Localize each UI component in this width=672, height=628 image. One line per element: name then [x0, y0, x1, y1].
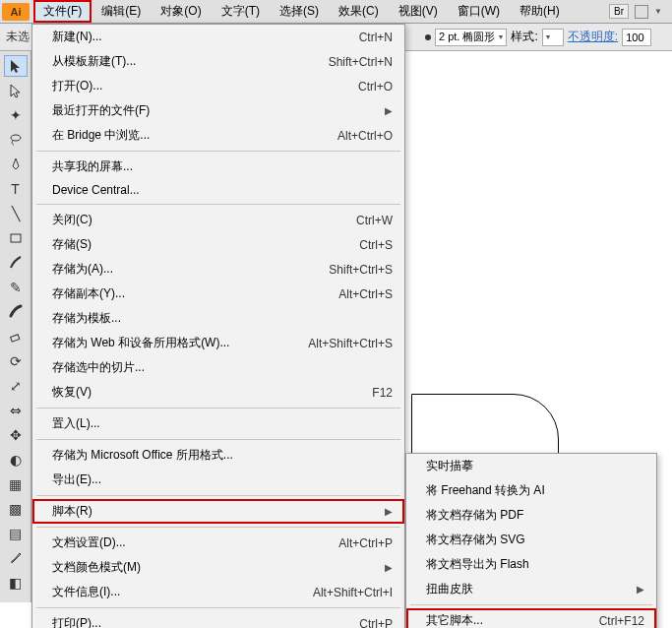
submenu-item[interactable]: 将文档存储为 SVG: [406, 528, 656, 552]
selection-label: 未选: [6, 29, 30, 45]
submenu-item[interactable]: 将文档导出为 Flash: [406, 552, 656, 577]
menu-item-label: 存储为 Microsoft Office 所用格式...: [52, 447, 393, 464]
free-transform-tool[interactable]: ✥: [4, 424, 28, 446]
menu-视图[interactable]: 视图(V): [389, 0, 448, 23]
menu-item[interactable]: 新建(N)...Ctrl+N: [32, 25, 404, 49]
svg-rect-1: [11, 234, 21, 242]
stroke-profile-select[interactable]: 2 pt. 椭圆形 ▾: [435, 29, 507, 46]
mesh-tool[interactable]: ▩: [4, 498, 28, 520]
chevron-right-icon: ▶: [385, 506, 393, 517]
eyedropper-tool[interactable]: [4, 547, 28, 569]
opacity-label[interactable]: 不透明度:: [568, 29, 618, 45]
menu-item[interactable]: 存储副本(Y)...Alt+Ctrl+S: [32, 282, 404, 306]
menu-item[interactable]: 关闭(C)Ctrl+W: [32, 208, 404, 232]
opacity-input[interactable]: 100: [622, 29, 651, 46]
menu-item-label: 导出(E)...: [52, 471, 393, 488]
shortcut-label: Alt+Shift+Ctrl+I: [313, 586, 393, 599]
line-tool[interactable]: ╲: [4, 203, 28, 224]
gradient-tool[interactable]: ▤: [4, 523, 28, 544]
menu-选择[interactable]: 选择(S): [270, 0, 329, 23]
direct-selection-tool[interactable]: [4, 80, 28, 101]
submenu-item-label: 将文档存储为 SVG: [426, 532, 644, 548]
menu-item-label: 存储(S): [52, 236, 359, 253]
menu-item[interactable]: 存储为 Microsoft Office 所用格式...: [32, 443, 404, 468]
perspective-grid-tool[interactable]: ▦: [4, 473, 28, 495]
menu-item[interactable]: 存储为模板...: [32, 306, 404, 331]
menu-item-label: 共享我的屏幕...: [52, 158, 393, 175]
submenu-item-label: 将文档存储为 PDF: [426, 507, 644, 524]
menubar-right: Br ▼: [609, 4, 670, 19]
blob-brush-tool[interactable]: [4, 301, 28, 323]
shortcut-label: Shift+Ctrl+S: [329, 263, 393, 277]
shortcut-label: F12: [372, 386, 393, 400]
menu-文件[interactable]: 文件(F): [33, 0, 92, 23]
menu-item-label: 存储为模板...: [52, 310, 393, 327]
blend-tool[interactable]: ◧: [4, 572, 28, 594]
submenu-item-label: 扭曲皮肤: [426, 581, 637, 597]
submenu-item[interactable]: 其它脚本...Ctrl+F12: [406, 608, 656, 628]
menu-item[interactable]: 置入(L)...: [32, 411, 404, 436]
menu-item[interactable]: Device Central...: [32, 179, 404, 201]
menu-item[interactable]: 导出(E)...: [32, 468, 404, 492]
submenu-item[interactable]: 将文档存储为 PDF: [406, 503, 656, 528]
menu-item-label: 脚本(R): [52, 503, 385, 520]
menu-编辑[interactable]: 编辑(E): [92, 0, 151, 23]
menu-item[interactable]: 存储为(A)...Shift+Ctrl+S: [32, 257, 404, 282]
submenu-item[interactable]: 将 Freehand 转换为 AI: [406, 478, 656, 503]
menu-item[interactable]: 共享我的屏幕...: [32, 155, 404, 179]
menu-item[interactable]: 打开(O)...Ctrl+O: [32, 74, 404, 98]
scale-tool[interactable]: ⤢: [4, 375, 28, 397]
menu-item-label: 存储副本(Y)...: [52, 285, 338, 302]
submenu-item[interactable]: 实时描摹: [406, 454, 656, 478]
menu-文字[interactable]: 文字(T): [212, 0, 270, 23]
pen-tool[interactable]: [4, 154, 28, 175]
menu-item[interactable]: 打印(P)...Ctrl+P: [32, 611, 404, 628]
bridge-badge[interactable]: Br: [609, 4, 629, 19]
menu-item[interactable]: 最近打开的文件(F)▶: [32, 98, 404, 123]
toolbar: ✦ T ╲ ✎ ⟳ ⤢ ⇔ ✥ ◐ ▦ ▩ ▤ ◧: [0, 51, 31, 602]
menu-对象[interactable]: 对象(O): [151, 0, 211, 23]
paintbrush-tool[interactable]: [4, 252, 28, 274]
width-tool[interactable]: ⇔: [4, 400, 28, 421]
menu-item-label: 从模板新建(T)...: [52, 53, 329, 70]
shape-builder-tool[interactable]: ◐: [4, 449, 28, 471]
magic-wand-tool[interactable]: ✦: [4, 104, 28, 126]
submenu-item-label: 其它脚本...: [426, 612, 599, 628]
chevron-right-icon: ▶: [385, 105, 393, 116]
menu-item[interactable]: 存储选中的切片...: [32, 355, 404, 380]
eraser-tool[interactable]: [4, 326, 28, 347]
style-swatch[interactable]: ▾: [542, 29, 564, 46]
shortcut-label: Ctrl+O: [358, 80, 393, 94]
menu-item-label: 恢复(V): [52, 384, 372, 401]
menu-item-label: 文档设置(D)...: [52, 534, 338, 551]
menu-item[interactable]: 文档设置(D)...Alt+Ctrl+P: [32, 531, 404, 555]
menu-item[interactable]: 恢复(V)F12: [32, 380, 404, 405]
menu-item[interactable]: 在 Bridge 中浏览...Alt+Ctrl+O: [32, 123, 404, 148]
menu-item[interactable]: 从模板新建(T)...Shift+Ctrl+N: [32, 49, 404, 74]
menu-item-label: 存储为 Web 和设备所用格式(W)...: [52, 335, 308, 351]
submenu-item[interactable]: 扭曲皮肤▶: [406, 577, 656, 601]
selection-tool[interactable]: [4, 55, 28, 77]
shortcut-label: Alt+Ctrl+S: [338, 287, 393, 301]
pencil-tool[interactable]: ✎: [4, 277, 28, 298]
rectangle-tool[interactable]: [4, 227, 28, 249]
menu-item-label: 存储选中的切片...: [52, 359, 393, 376]
arrange-icon[interactable]: [635, 5, 648, 19]
menu-item[interactable]: 文档颜色模式(M)▶: [32, 555, 404, 580]
menu-item[interactable]: 存储为 Web 和设备所用格式(W)...Alt+Shift+Ctrl+S: [32, 331, 404, 355]
menubar: Ai 文件(F)编辑(E)对象(O)文字(T)选择(S)效果(C)视图(V)窗口…: [0, 0, 672, 24]
menu-item[interactable]: 脚本(R)▶: [32, 499, 404, 524]
menu-窗口[interactable]: 窗口(W): [448, 0, 510, 23]
lasso-tool[interactable]: [4, 129, 28, 151]
menu-item-label: 在 Bridge 中浏览...: [52, 127, 337, 144]
menu-item-label: 文档颜色模式(M): [52, 559, 385, 576]
rotate-tool[interactable]: ⟳: [4, 350, 28, 372]
shortcut-label: Ctrl+P: [359, 617, 393, 629]
menu-帮助[interactable]: 帮助(H): [510, 0, 570, 23]
type-tool[interactable]: T: [4, 178, 28, 200]
shortcut-label: Shift+Ctrl+N: [329, 55, 393, 69]
menu-item[interactable]: 存储(S)Ctrl+S: [32, 232, 404, 257]
menu-效果[interactable]: 效果(C): [329, 0, 389, 23]
chevron-down-icon[interactable]: ▼: [654, 7, 662, 16]
menu-item[interactable]: 文件信息(I)...Alt+Shift+Ctrl+I: [32, 580, 404, 604]
